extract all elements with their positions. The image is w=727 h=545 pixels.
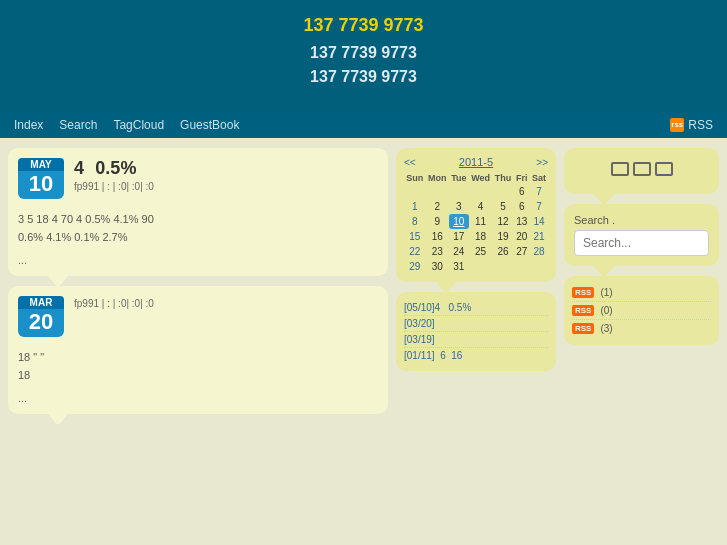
cal-cell: 24 xyxy=(449,244,468,259)
post-header-2: MAR 20 fp991 | : | :0| :0| :0 xyxy=(18,296,378,337)
cal-cell xyxy=(426,184,450,199)
cal-row: 15 16 17 18 19 20 21 xyxy=(404,229,548,244)
cal-cell: 7 xyxy=(530,184,548,199)
nav-guestbook[interactable]: GuestBook xyxy=(180,118,239,132)
cal-next[interactable]: >> xyxy=(536,157,548,168)
post-more-1: ... xyxy=(18,254,378,266)
cal-cell: 22 xyxy=(404,244,426,259)
rss-badge-3: RSS xyxy=(572,323,594,334)
cal-th-sun: Sun xyxy=(404,172,426,184)
cal-row: 1 2 3 4 5 6 7 xyxy=(404,199,548,214)
left-column: MAY 10 4 0.5% fp991 | : | :0| :0| :0 3 5… xyxy=(8,148,388,414)
cal-th-fri: Fri xyxy=(513,172,530,184)
cal-th-thu: Thu xyxy=(493,172,514,184)
cal-cell: 1 xyxy=(404,199,426,214)
recent-post-3[interactable]: [03/19] xyxy=(404,332,548,348)
nav-rss[interactable]: rss RSS xyxy=(670,118,713,132)
right-column: Search . RSS (1) RSS (0) RSS (3) xyxy=(564,148,719,414)
date-badge-2: MAR 20 xyxy=(18,296,64,337)
post-day-1: 10 xyxy=(29,171,53,196)
nav-tagcloud[interactable]: TagCloud xyxy=(113,118,164,132)
post-body-2: 18 " " 18 xyxy=(18,345,378,388)
rss-item-2[interactable]: RSS (0) xyxy=(572,302,711,320)
cal-row: 8 9 10 11 12 13 14 xyxy=(404,214,548,229)
cal-title[interactable]: 2011-5 xyxy=(459,156,493,168)
cal-cell: 20 xyxy=(513,229,530,244)
rss-count-1: (1) xyxy=(600,287,612,298)
rss-badge-1: RSS xyxy=(572,287,594,298)
calendar-table: Sun Mon Tue Wed Thu Fri Sat xyxy=(404,172,548,274)
bracket-widget xyxy=(564,148,719,194)
bracket-icon-1[interactable] xyxy=(611,162,629,176)
post-meta-2: fp991 | : | :0| :0| :0 xyxy=(74,298,154,309)
cal-cell: 14 xyxy=(530,214,548,229)
cal-cell: 19 xyxy=(493,229,514,244)
recent-post-2[interactable]: [03/20] xyxy=(404,316,548,332)
cal-cell xyxy=(493,259,514,274)
cal-cell xyxy=(404,184,426,199)
post-body-line2-1: 0.6% 4.1% 0.1% 2.7% xyxy=(18,229,378,247)
rss-item-1[interactable]: RSS (1) xyxy=(572,284,711,302)
cal-cell: 26 xyxy=(493,244,514,259)
cal-th-mon: Mon xyxy=(426,172,450,184)
cal-cell xyxy=(469,184,493,199)
cal-cell: 13 xyxy=(513,214,530,229)
cal-cell: 12 xyxy=(493,214,514,229)
cal-cell xyxy=(513,259,530,274)
bracket-icon-3[interactable] xyxy=(655,162,673,176)
cal-cell: 15 xyxy=(404,229,426,244)
bracket-icons xyxy=(574,158,709,184)
cal-cell: 9 xyxy=(426,214,450,229)
post-month-2: MAR xyxy=(18,296,64,309)
cal-cell xyxy=(493,184,514,199)
rss-count-3: (3) xyxy=(600,323,612,334)
rss-count-2: (0) xyxy=(600,305,612,316)
main-content: MAY 10 4 0.5% fp991 | : | :0| :0| :0 3 5… xyxy=(0,138,727,424)
cal-header-row: Sun Mon Tue Wed Thu Fri Sat xyxy=(404,172,548,184)
post-card-2: MAR 20 fp991 | : | :0| :0| :0 18 " " 18 … xyxy=(8,286,388,414)
post-body-line1-1: 3 5 18 4 70 4 0.5% 4.1% 90 xyxy=(18,211,378,229)
cal-th-tue: Tue xyxy=(449,172,468,184)
recent-post-1[interactable]: [05/10]4 0.5% xyxy=(404,300,548,316)
search-input[interactable] xyxy=(574,230,709,256)
cal-cell: 2 xyxy=(426,199,450,214)
cal-cell: 21 xyxy=(530,229,548,244)
rss-label: RSS xyxy=(688,118,713,132)
date-badge-1: MAY 10 xyxy=(18,158,64,199)
rss-item-3[interactable]: RSS (3) xyxy=(572,320,711,337)
cal-cell: 5 xyxy=(493,199,514,214)
bracket-icon-2[interactable] xyxy=(633,162,651,176)
post-day-2: 20 xyxy=(29,309,53,334)
cal-th-sat: Sat xyxy=(530,172,548,184)
cal-cell-today[interactable]: 10 xyxy=(449,214,468,229)
cal-cell xyxy=(530,259,548,274)
cal-cell: 4 xyxy=(469,199,493,214)
search-label: Search . xyxy=(574,214,709,226)
header-phone-2: 137 7739 9773 xyxy=(0,44,727,62)
cal-row: 6 7 xyxy=(404,184,548,199)
recent-posts-card: [05/10]4 0.5% [03/20] [03/19] [01/11] 6 … xyxy=(396,292,556,371)
header-phone-3: 137 7739 9773 xyxy=(0,68,727,86)
calendar-card: << 2011-5 >> Sun Mon Tue Wed Thu Fri Sat xyxy=(396,148,556,282)
rss-list-card: RSS (1) RSS (0) RSS (3) xyxy=(564,276,719,345)
post-title-1: 4 xyxy=(74,158,84,178)
cal-th-wed: Wed xyxy=(469,172,493,184)
cal-cell: 17 xyxy=(449,229,468,244)
cal-cell: 31 xyxy=(449,259,468,274)
post-body-line2-2: 18 xyxy=(18,367,378,385)
post-card-1: MAY 10 4 0.5% fp991 | : | :0| :0| :0 3 5… xyxy=(8,148,388,276)
recent-post-4[interactable]: [01/11] 6 16 xyxy=(404,348,548,363)
cal-cell: 28 xyxy=(530,244,548,259)
nav-search[interactable]: Search xyxy=(59,118,97,132)
rss-badge-2: RSS xyxy=(572,305,594,316)
cal-prev[interactable]: << xyxy=(404,157,416,168)
page-header: 137 7739 9773 137 7739 9773 137 7739 977… xyxy=(0,0,727,112)
nav-index[interactable]: Index xyxy=(14,118,43,132)
cal-cell: 30 xyxy=(426,259,450,274)
cal-cell: 23 xyxy=(426,244,450,259)
post-title-area-1: 4 0.5% fp991 | : | :0| :0| :0 xyxy=(74,158,154,192)
cal-cell xyxy=(469,259,493,274)
post-body-line1-2: 18 " " xyxy=(18,349,378,367)
post-header-1: MAY 10 4 0.5% fp991 | : | :0| :0| :0 xyxy=(18,158,378,199)
cal-cell: 7 xyxy=(530,199,548,214)
